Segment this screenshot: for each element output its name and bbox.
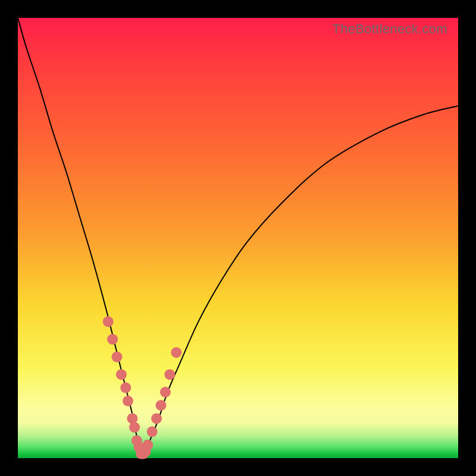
marker-point — [142, 440, 153, 450]
marker-point — [116, 369, 127, 380]
marker-point — [120, 383, 131, 393]
marker-point — [156, 400, 167, 411]
marker-point — [129, 422, 140, 433]
marker-point — [160, 387, 171, 397]
marker-point — [107, 334, 118, 345]
marker-point — [123, 396, 133, 406]
marker-point — [164, 369, 175, 380]
plot-area: TheBottleneck.com — [18, 18, 458, 458]
marker-point — [151, 413, 162, 424]
marker-point — [112, 352, 123, 362]
curve-svg — [18, 18, 458, 458]
marker-point — [147, 427, 158, 437]
bottleneck-curve — [18, 18, 458, 456]
marker-point — [103, 317, 114, 327]
marker-point — [171, 347, 181, 358]
chart-frame: TheBottleneck.com — [0, 0, 476, 476]
